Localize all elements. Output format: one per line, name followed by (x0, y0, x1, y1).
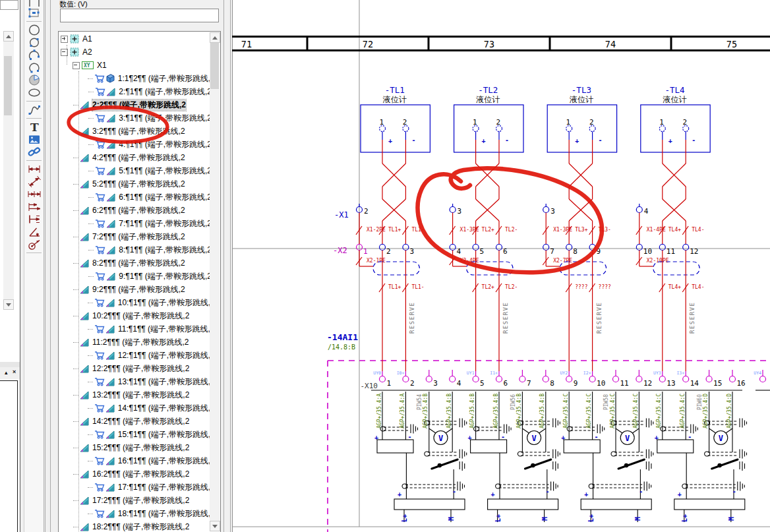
tree-item[interactable]: 9:2¶¶¶ (端子,带鞍形跳线,2 (59, 283, 210, 296)
tool-dim-datum-button[interactable] (26, 213, 42, 225)
tree-item[interactable]: 13:¶1¶¶ (端子,带鞍形跳线,2 (59, 375, 210, 388)
left-dock-field[interactable] (0, 0, 18, 10)
properties-panel: 数值: (V) A1A2XYX11:1¶2¶¶ (端子,带鞍形跳线,22:¶1¶… (55, 0, 223, 532)
tree-item[interactable]: 2:¶1¶¶ (端子,带鞍形跳线,2 (59, 85, 210, 98)
tree-item[interactable]: 11:¶1¶¶ (端子,带鞍形跳线,2 (59, 322, 210, 336)
splitter[interactable] (50, 0, 51, 532)
tree-item[interactable]: 11:2¶¶¶ (端子,带鞍形跳线,2 (59, 336, 210, 349)
scroll-up-button[interactable] (3, 31, 14, 42)
tool-rectangle-button[interactable] (26, 0, 42, 7)
tool-symbol-macro-button[interactable] (26, 7, 42, 19)
tree-item[interactable]: 4:¶1¶¶ (端子,带鞍形跳线,2 (59, 138, 210, 151)
value-label: 数值: (V) (59, 0, 88, 9)
tree-item[interactable]: 10:¶1¶¶ (端子,带鞍形跳线,2 (59, 296, 210, 309)
tree-item[interactable]: 12:2¶¶¶ (端子,带鞍形跳线,2 (59, 362, 210, 375)
tool-dim-baseline-button[interactable] (26, 200, 42, 213)
flag-icon (80, 101, 89, 109)
flag-icon (105, 325, 115, 334)
flag-icon (105, 510, 115, 518)
cart-icon (95, 219, 105, 228)
tool-spline-button[interactable] (26, 103, 42, 116)
cart-icon (95, 113, 105, 123)
cart-icon (95, 272, 105, 281)
tool-arc-open-button[interactable] (26, 61, 42, 74)
scroll-down-button[interactable] (210, 521, 220, 531)
flag-icon (105, 404, 115, 413)
flag-icon (105, 351, 115, 360)
flag-icon (80, 233, 89, 241)
image-icon (27, 133, 42, 146)
flag-icon (80, 417, 89, 426)
tree-item[interactable]: 6:2¶¶¶ (端子,带鞍形跳线,2 (59, 204, 210, 217)
tree-item[interactable]: 9:¶1¶¶ (端子,带鞍形跳线,2 (59, 270, 210, 283)
scroll-thumb[interactable] (210, 43, 219, 89)
tree-item[interactable]: XYX1 (59, 59, 210, 72)
tree-item[interactable]: 18:¶1¶¶ (端子,带鞍形跳线,2 (59, 507, 210, 520)
tree-item[interactable]: 15:¶1¶¶ (端子,带鞍形跳线,2 (59, 428, 210, 441)
dock-pin-button[interactable]: ▴ (5, 369, 8, 376)
hyperlink-icon (27, 146, 42, 158)
tree-expand-toggle[interactable] (61, 36, 68, 43)
tool-circle-button[interactable] (26, 24, 42, 36)
tool-text-button[interactable]: T (26, 121, 42, 133)
toolbar-separator (26, 21, 42, 22)
cart-icon (94, 456, 105, 465)
tree-item[interactable]: 16:¶1¶¶ (端子,带鞍形跳线,2 (59, 454, 210, 467)
left-dock-scrollbar[interactable] (3, 31, 14, 310)
tree-item[interactable]: A2 (59, 45, 210, 59)
tree-item[interactable]: 2:2¶¶¶ (端子,带鞍形跳线,2 (59, 98, 210, 111)
dim-aligned-icon (27, 175, 42, 188)
tool-hyperlink-button[interactable] (26, 146, 42, 158)
tool-dim-chain-button[interactable] (26, 188, 42, 200)
tree-expand-toggle[interactable] (73, 62, 80, 69)
tool-dim-angle-button[interactable] (26, 225, 42, 238)
tree-item[interactable]: 15:2¶¶¶ (端子,带鞍形跳线,2 (59, 441, 210, 454)
flag-icon (80, 470, 89, 479)
tree-item[interactable]: 5:¶1¶¶ (端子,带鞍形跳线,2 (59, 164, 210, 177)
tree-item[interactable]: 5:2¶¶¶ (端子,带鞍形跳线,2 (59, 177, 210, 191)
tree-item[interactable]: 1:1¶2¶¶ (端子,带鞍形跳线,2 (59, 72, 210, 85)
splitter[interactable] (45, 0, 45, 532)
flag-icon (80, 127, 89, 136)
tree-item[interactable]: 16:2¶¶¶ (端子,带鞍形跳线,2 (59, 467, 210, 481)
tool-arc-3point-button[interactable] (26, 49, 42, 61)
schematic-canvas[interactable] (232, 0, 770, 532)
scroll-thumb[interactable] (4, 56, 12, 115)
tree-item[interactable]: 14:2¶¶¶ (端子,带鞍形跳线,2 (59, 415, 210, 428)
scroll-up-button[interactable] (210, 32, 220, 43)
tool-sector-button[interactable] (26, 74, 42, 86)
scroll-down-button[interactable] (3, 299, 14, 310)
tree-item[interactable]: 3:2¶¶¶ (端子,带鞍形跳线,2 (59, 125, 210, 138)
tree-item[interactable]: 7:¶1¶¶ (端子,带鞍形跳线,2 (59, 217, 210, 230)
tool-dim-aligned-button[interactable] (26, 175, 42, 188)
tree-scrollbar[interactable] (210, 32, 220, 531)
tool-dim-linear-button[interactable] (26, 163, 42, 175)
tree-item[interactable]: 6:¶1¶¶ (端子,带鞍形跳线,2 (59, 191, 210, 204)
tool-dim-radius-button[interactable] (26, 238, 42, 251)
tool-ellipse-button[interactable] (26, 86, 42, 99)
tree-item[interactable]: 10:2¶¶¶ (端子,带鞍形跳线,2 (59, 309, 210, 322)
flag-icon (106, 114, 115, 123)
tree-item[interactable]: 4:2¶¶¶ (端子,带鞍形跳线,2 (59, 151, 210, 164)
strip-icon (70, 47, 79, 57)
tree-item[interactable]: 8:2¶¶¶ (端子,带鞍形跳线,2 (59, 256, 210, 270)
toolbar-separator (26, 101, 42, 102)
splitter[interactable] (230, 0, 231, 532)
tree-item[interactable]: 14:¶1¶¶ (端子,带鞍形跳线,2 (59, 401, 210, 415)
tree-item[interactable]: 13:2¶¶¶ (端子,带鞍形跳线,2 (59, 388, 210, 401)
tree-item[interactable]: 8:¶1¶¶ (端子,带鞍形跳线,2 (59, 243, 210, 256)
dock-close-button[interactable]: × (13, 369, 16, 375)
tree-item[interactable]: 12:¶1¶¶ (端子,带鞍形跳线,2 (59, 349, 210, 362)
tree-item[interactable]: 18:2¶¶¶ (端子,带鞍形跳线,2 (59, 520, 210, 532)
tool-circle-2point-button[interactable] (26, 36, 42, 49)
scroll-down-icon (212, 525, 218, 528)
scroll-up-icon (6, 35, 11, 38)
tree-item[interactable]: 17:¶1¶¶ (端子,带鞍形跳线,2 (59, 481, 210, 494)
tree-item[interactable]: A1 (59, 32, 210, 45)
tool-image-button[interactable] (26, 133, 42, 146)
tree-item[interactable]: 7:2¶¶¶ (端子,带鞍形跳线,2 (59, 230, 210, 243)
tree-item[interactable]: 17:2¶¶¶ (端子,带鞍形跳线,2 (59, 494, 210, 507)
value-input[interactable] (60, 9, 219, 22)
tree-item[interactable]: 3:¶1¶¶ (端子,带鞍形跳线,2 (59, 111, 210, 125)
splitter[interactable] (223, 0, 224, 532)
